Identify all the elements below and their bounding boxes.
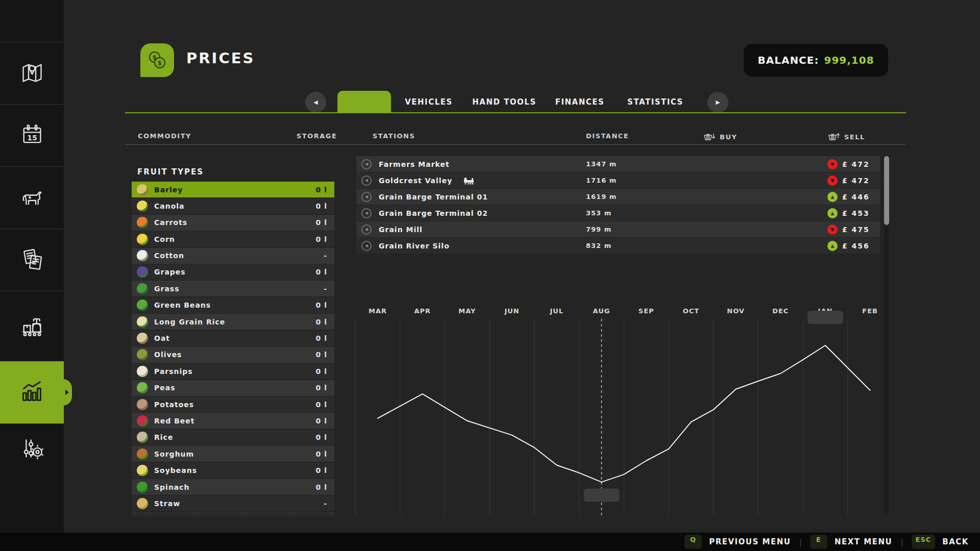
fruit-icon bbox=[137, 415, 148, 427]
fruit-storage-value: 0 l bbox=[316, 384, 327, 392]
fruit-storage-value: - bbox=[324, 499, 327, 508]
fruit-row-rice[interactable]: Rice0 l bbox=[132, 430, 334, 445]
fruit-row-soybeans[interactable]: Soybeans0 l bbox=[132, 463, 334, 479]
fruit-row-corn[interactable]: Corn0 l bbox=[132, 231, 334, 247]
chevron-right-icon: ▶ bbox=[716, 99, 720, 106]
fruit-storage-value: - bbox=[324, 252, 327, 260]
hotspot-toggle-icon[interactable]: ◀ bbox=[361, 159, 372, 169]
fruit-row-barley[interactable]: Barley0 l bbox=[132, 182, 334, 197]
sidebar-item-contracts[interactable] bbox=[0, 229, 64, 291]
fruit-icon bbox=[137, 201, 148, 212]
fruit-row-cotton[interactable]: Cotton- bbox=[132, 248, 334, 264]
fruit-row-grapes[interactable]: Grapes0 l bbox=[132, 264, 334, 280]
station-distance: 353 m bbox=[586, 209, 611, 217]
fruit-icon bbox=[137, 299, 148, 311]
fruit-storage-value: 0 l bbox=[316, 433, 327, 441]
station-name: Grain Mill bbox=[379, 226, 423, 234]
month-label-sep: SEP bbox=[639, 307, 654, 315]
station-name: Grain Barge Terminal 01 bbox=[379, 193, 488, 201]
fruit-storage-value: 0 l bbox=[316, 450, 327, 458]
station-sell-price: £ 446 bbox=[842, 193, 870, 201]
fruit-row-parsnips[interactable]: Parsnips0 l bbox=[132, 363, 334, 379]
fruit-row-canola[interactable]: Canola0 l bbox=[132, 198, 334, 214]
fruit-storage-value: 0 l bbox=[316, 318, 327, 326]
station-distance: 1347 m bbox=[586, 160, 617, 168]
sidebar-item-settings[interactable] bbox=[0, 423, 64, 475]
fruit-row-spinach[interactable]: Spinach0 l bbox=[132, 479, 334, 495]
station-row-goldcrest-valley[interactable]: ◀Goldcrest Valley1716 m▼£ 472 bbox=[356, 172, 880, 188]
month-label-mar: MAR bbox=[369, 307, 387, 315]
fruit-row-straw[interactable]: Straw- bbox=[132, 495, 334, 511]
fruit-name: Barley bbox=[154, 186, 316, 194]
footer-bar: QPREVIOUS MENU|ENEXT MENU|ESCBACK bbox=[0, 533, 980, 551]
header-divider bbox=[125, 144, 906, 145]
tab-hand-tools[interactable]: HAND TOOLS bbox=[467, 91, 542, 113]
price-up-icon: ▲ bbox=[827, 192, 838, 202]
fruit-row-peas[interactable]: Peas0 l bbox=[132, 380, 334, 396]
fruit-storage-value: 0 l bbox=[316, 301, 327, 309]
station-name: Grain Barge Terminal 02 bbox=[379, 209, 488, 217]
month-label-oct: OCT bbox=[683, 307, 699, 315]
fruit-row-sorghum[interactable]: Sorghum0 l bbox=[132, 446, 334, 462]
station-row-grain-barge-terminal-01[interactable]: ◀Grain Barge Terminal 011619 m▲£ 446 bbox=[356, 189, 880, 205]
hint-back[interactable]: ESCBACK bbox=[912, 535, 969, 549]
chevron-left-icon: ◀ bbox=[313, 99, 317, 106]
sidebar-item-production[interactable] bbox=[0, 291, 64, 361]
fruit-name: Olives bbox=[154, 350, 316, 359]
tab-vehicles[interactable]: VEHICLES bbox=[391, 91, 467, 113]
min-price-box bbox=[584, 489, 620, 502]
fruit-storage-value: 0 l bbox=[316, 350, 327, 359]
settings-icon bbox=[18, 434, 46, 465]
tabs-prev-button[interactable]: ◀ bbox=[305, 92, 326, 113]
station-distance: 832 m bbox=[586, 242, 611, 249]
hint-label: BACK bbox=[942, 537, 969, 546]
hint-label: PREVIOUS MENU bbox=[709, 537, 791, 546]
sidebar-item-animals[interactable] bbox=[0, 166, 64, 229]
fruit-row-oat[interactable]: Oat0 l bbox=[132, 331, 334, 346]
fruit-icon bbox=[137, 366, 148, 377]
tab-finances[interactable]: FINANCES bbox=[542, 91, 618, 113]
fruit-icon bbox=[137, 316, 148, 328]
hotspot-toggle-icon[interactable]: ◀ bbox=[361, 176, 372, 186]
keycap-e: E bbox=[810, 535, 827, 549]
column-sell-label: SELL bbox=[844, 133, 865, 141]
fruit-row-carrots[interactable]: Carrots0 l bbox=[132, 215, 334, 231]
hint-label: NEXT MENU bbox=[835, 537, 892, 546]
fruit-list: Barley0 lCanola0 lCarrots0 lCorn0 lCotto… bbox=[132, 182, 334, 511]
fruit-name: Grass bbox=[154, 285, 324, 293]
station-row-grain-barge-terminal-02[interactable]: ◀Grain Barge Terminal 02353 m▲£ 453 bbox=[356, 205, 880, 221]
sidebar-item-calendar[interactable]: 15 bbox=[0, 104, 64, 166]
stations-scrollbar-thumb[interactable] bbox=[884, 156, 889, 225]
fruit-row-grass[interactable]: Grass- bbox=[132, 281, 334, 296]
fruit-row-olives[interactable]: Olives0 l bbox=[132, 347, 334, 363]
tabs-next-button[interactable]: ▶ bbox=[707, 92, 728, 113]
station-row-grain-river-silo[interactable]: ◀Grain River Silo832 m▲£ 456 bbox=[356, 238, 880, 254]
sidebar-item-statistics[interactable] bbox=[0, 361, 64, 423]
column-stations: STATIONS bbox=[373, 132, 415, 140]
fruit-name: Long Grain Rice bbox=[154, 318, 316, 326]
fruit-row-red-beet[interactable]: Red Beet0 l bbox=[132, 413, 334, 429]
fruit-icon bbox=[137, 382, 148, 393]
tab-prices-active[interactable] bbox=[337, 91, 391, 113]
hotspot-toggle-icon[interactable]: ◀ bbox=[361, 192, 372, 202]
hotspot-toggle-icon[interactable]: ◀ bbox=[361, 208, 372, 218]
fruit-icon bbox=[137, 283, 148, 294]
fruit-row-green-beans[interactable]: Green Beans0 l bbox=[132, 297, 334, 313]
fruit-row-long-grain-rice[interactable]: Long Grain Rice0 l bbox=[132, 314, 334, 330]
column-buy-label: BUY bbox=[720, 133, 737, 141]
column-sell: SELL bbox=[828, 132, 865, 141]
fruit-storage-value: 0 l bbox=[316, 268, 327, 276]
sidebar-item-map[interactable] bbox=[0, 42, 64, 104]
station-distance: 1619 m bbox=[586, 193, 617, 201]
station-row-farmers-market[interactable]: ◀Farmers Market1347 m▼£ 472 bbox=[356, 156, 880, 172]
price-trend-chart: MARAPRMAYJUNJULAUGSEPOCTNOVDECJANFEB bbox=[352, 305, 893, 516]
hint-next-menu[interactable]: ENEXT MENU bbox=[810, 535, 892, 549]
hint-previous-menu[interactable]: QPREVIOUS MENU bbox=[684, 535, 791, 549]
station-row-grain-mill[interactable]: ◀Grain Mill799 m▼£ 475 bbox=[356, 221, 880, 237]
fruit-row-potatoes[interactable]: Potatoes0 l bbox=[132, 396, 334, 412]
hotspot-toggle-icon[interactable]: ◀ bbox=[361, 224, 372, 235]
animals-icon bbox=[18, 183, 46, 213]
month-label-apr: APR bbox=[414, 307, 431, 315]
tab-statistics[interactable]: STATISTICS bbox=[618, 91, 693, 113]
hotspot-toggle-icon[interactable]: ◀ bbox=[361, 241, 372, 251]
